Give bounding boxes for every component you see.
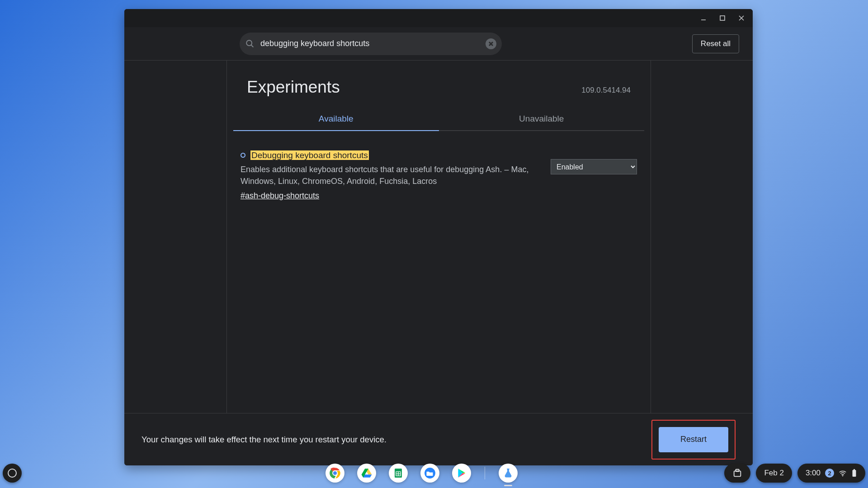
svg-rect-12 — [853, 470, 856, 477]
date-text: Feb 2 — [764, 469, 783, 478]
maximize-icon — [719, 15, 726, 21]
sheets-app-icon[interactable] — [389, 464, 408, 483]
flags-app-icon[interactable] — [499, 464, 518, 483]
restart-highlight: Restart — [651, 420, 736, 460]
files-app-icon[interactable] — [420, 464, 439, 483]
left-gutter — [124, 61, 227, 413]
svg-point-1 — [246, 40, 252, 46]
right-gutter — [651, 61, 753, 413]
close-icon — [488, 41, 494, 47]
close-icon — [738, 15, 745, 21]
chrome-icon — [328, 466, 342, 480]
folder-icon — [424, 467, 436, 479]
svg-rect-8 — [507, 469, 509, 469]
flask-icon — [503, 468, 514, 479]
tote-icon — [732, 468, 742, 478]
flag-item: Debugging keyboard shortcuts Enables add… — [241, 149, 637, 202]
tote-tray[interactable] — [724, 464, 750, 483]
restart-message: Your changes will take effect the next t… — [142, 435, 642, 445]
header: Reset all — [124, 27, 753, 61]
flag-list: Debugging keyboard shortcuts Enables add… — [227, 131, 651, 202]
minimize-button[interactable] — [696, 11, 711, 25]
version-text: 109.0.5414.94 — [581, 86, 631, 95]
system-tray: Feb 2 3:00 2 — [724, 464, 865, 483]
chrome-app-icon[interactable] — [326, 464, 344, 483]
body: Experiments 109.0.5414.94 Available Unav… — [124, 61, 753, 413]
flag-anchor-link[interactable]: #ash-debug-shortcuts — [241, 190, 539, 202]
experiments-panel: Experiments 109.0.5414.94 Available Unav… — [227, 61, 651, 413]
search-icon — [245, 39, 255, 49]
modified-indicator-icon — [241, 153, 245, 158]
search-input[interactable] — [255, 39, 486, 48]
svg-rect-10 — [736, 469, 739, 472]
svg-point-11 — [842, 475, 843, 476]
clear-search-button[interactable] — [486, 38, 496, 49]
shelf: Feb 2 3:00 2 — [3, 461, 865, 485]
drive-app-icon[interactable] — [357, 464, 376, 483]
date-tray[interactable]: Feb 2 — [756, 464, 792, 483]
close-button[interactable] — [734, 11, 749, 25]
reset-all-button[interactable]: Reset all — [692, 34, 739, 53]
chrome-flags-window: Reset all Experiments 109.0.5414.94 Avai… — [124, 9, 753, 465]
tab-unavailable[interactable]: Unavailable — [439, 108, 645, 131]
flag-description: Enables additional keyboard shortcuts th… — [241, 165, 528, 186]
flag-title: Debugging keyboard shortcuts — [250, 150, 369, 160]
flag-state-select[interactable]: DefaultEnabledDisabled — [551, 159, 637, 174]
launcher-button[interactable] — [3, 464, 22, 483]
tabs: Available Unavailable — [227, 108, 651, 131]
maximize-button[interactable] — [715, 11, 730, 25]
svg-rect-0 — [720, 16, 725, 20]
minimize-icon — [700, 15, 707, 21]
battery-icon — [851, 469, 857, 478]
sheets-icon — [393, 468, 404, 479]
notification-badge: 2 — [825, 469, 834, 478]
footer: Your changes will take effect the next t… — [124, 413, 753, 465]
restart-button[interactable]: Restart — [659, 427, 728, 452]
play-store-app-icon[interactable] — [452, 464, 471, 483]
search-box[interactable] — [240, 33, 502, 55]
svg-rect-13 — [854, 469, 855, 470]
tab-available[interactable]: Available — [233, 108, 439, 131]
panel-header: Experiments 109.0.5414.94 — [227, 61, 651, 108]
play-icon — [456, 467, 467, 479]
wifi-icon — [839, 469, 847, 477]
shelf-apps — [326, 464, 518, 483]
flag-text: Debugging keyboard shortcuts Enables add… — [241, 149, 539, 202]
shelf-divider — [485, 467, 485, 479]
drive-icon — [361, 467, 373, 479]
time-text: 3:00 — [806, 469, 821, 478]
page-title: Experiments — [247, 78, 340, 97]
window-titlebar — [124, 9, 753, 27]
launcher-icon — [8, 469, 17, 478]
status-tray[interactable]: 3:00 2 — [797, 464, 865, 483]
